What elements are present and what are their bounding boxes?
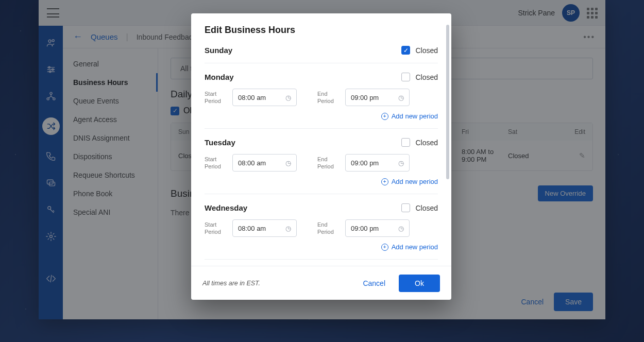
clock-icon: ◷ [285, 225, 291, 232]
add-period-link-monday[interactable]: +Add new period [381, 112, 438, 120]
end-period-label: End Period [317, 90, 338, 105]
modal-scrollbar[interactable] [446, 25, 449, 179]
clock-icon: ◷ [285, 94, 291, 101]
day-block-sunday: Sunday ✓ Closed [205, 46, 438, 63]
end-time-input-monday[interactable]: 09:00 pm◷ [345, 89, 410, 106]
add-period-link-tuesday[interactable]: +Add new period [381, 178, 438, 185]
day-block-wednesday: Wednesday Closed Start Period 08:00 am◷ … [205, 203, 438, 260]
timezone-note: All times are in EST. [202, 280, 260, 287]
add-period-link-wednesday[interactable]: +Add new period [381, 243, 438, 251]
plus-icon: + [381, 244, 388, 251]
closed-checkbox-wednesday[interactable] [401, 203, 410, 212]
day-block-monday: Monday Closed Start Period 08:00 am◷ End… [205, 73, 438, 129]
modal-ok-button[interactable]: Ok [399, 275, 440, 292]
closed-checkbox-tuesday[interactable] [401, 138, 410, 147]
closed-label: Closed [415, 46, 438, 55]
closed-checkbox-sunday[interactable]: ✓ [401, 46, 410, 55]
day-name: Monday [205, 73, 234, 81]
clock-icon: ◷ [398, 225, 404, 232]
edit-hours-modal: Edit Business Hours Sunday ✓ Closed Mond… [191, 13, 451, 300]
clock-icon: ◷ [285, 159, 291, 167]
start-time-input-tuesday[interactable]: 08:00 am◷ [232, 154, 297, 172]
day-name: Sunday [205, 46, 232, 55]
closed-checkbox-monday[interactable] [401, 73, 410, 81]
clock-icon: ◷ [398, 159, 404, 167]
start-time-input-wednesday[interactable]: 08:00 am◷ [232, 219, 297, 237]
plus-icon: + [381, 113, 388, 120]
end-time-input-tuesday[interactable]: 09:00 pm◷ [345, 154, 410, 172]
day-block-tuesday: Tuesday Closed Start Period 08:00 am◷ En… [205, 138, 438, 194]
modal-cancel-button[interactable]: Cancel [363, 279, 385, 287]
day-name: Tuesday [205, 138, 235, 147]
start-period-label: Start Period [205, 90, 225, 105]
clock-icon: ◷ [398, 94, 404, 101]
modal-title: Edit Business Hours [205, 25, 438, 36]
end-time-input-wednesday[interactable]: 09:00 pm◷ [345, 219, 410, 237]
plus-icon: + [381, 178, 388, 185]
start-time-input-monday[interactable]: 08:00 am◷ [232, 89, 297, 106]
day-name: Wednesday [205, 203, 247, 212]
